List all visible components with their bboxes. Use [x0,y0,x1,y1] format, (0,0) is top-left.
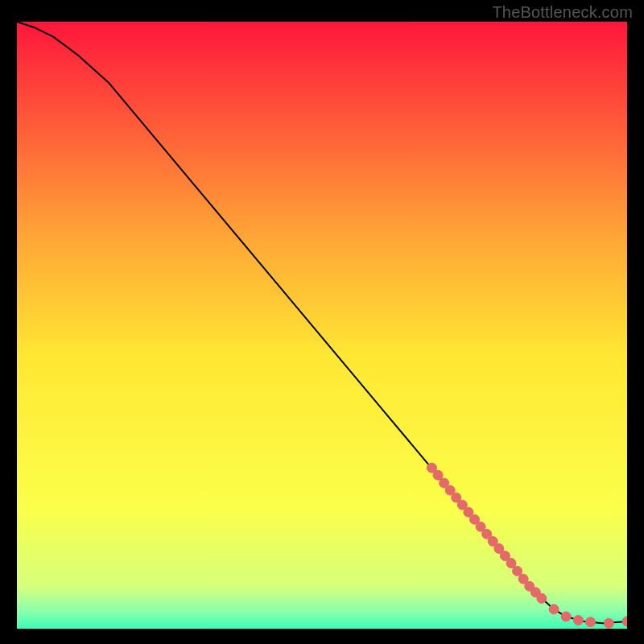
gpu-marker [549,605,559,614]
gpu-marker [537,593,547,603]
gpu-marker [573,615,583,625]
watermark-text: TheBottleneck.com [492,3,633,22]
chart-container: TheBottleneck.com [0,0,644,644]
gpu-marker [586,617,596,627]
gpu-marker [433,470,443,480]
gpu-marker [561,612,571,621]
gpu-marker [506,559,516,568]
gpu-marker [513,566,522,576]
bottleneck-chart [17,22,627,629]
gradient-background [17,22,627,629]
gpu-marker [604,618,613,628]
